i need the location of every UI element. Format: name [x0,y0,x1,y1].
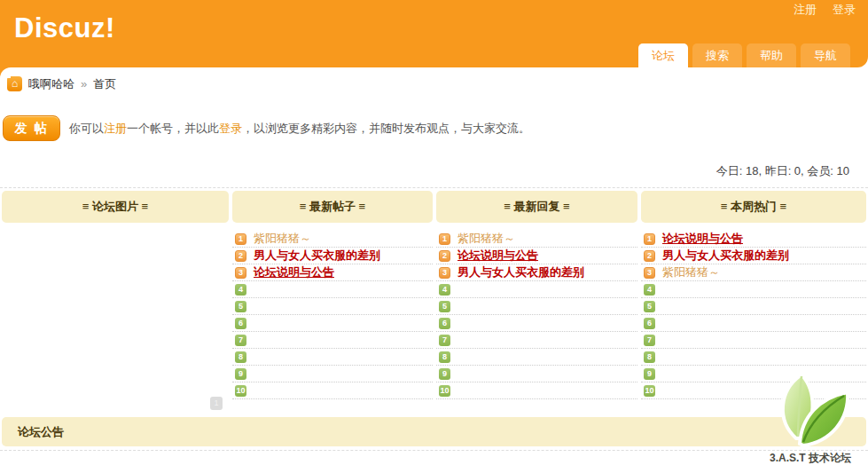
forum-page: Discuz! 注册 登录 论坛 搜索 帮助 导航 ⌂ 哦啊哈哈 » 首页 发 … [0,0,868,473]
latest-threads-list: 1紫阳猪猪～2男人与女人买衣服的差别3论坛说明与公告45678910 [232,231,433,413]
list-item: 3男人与女人买衣服的差别 [436,264,637,281]
tab-navigation[interactable]: 导航 [801,43,850,67]
list-item: 1紫阳猪猪～ [232,231,433,248]
forum-stats: 今日: 18, 昨日: 0, 会员: 10 [0,163,868,179]
column-weekly-hot: ≡ 本周热门 ≡ 1论坛说明与公告2男人与女人买衣服的差别3紫阳猪猪～45678… [641,191,866,413]
boards-section: ≡ 论坛图片 ≡ 1 ≡ 最新帖子 ≡ 1紫阳猪猪～2男人与女人买衣服的差别3论… [0,187,868,413]
forum-images-area: 1 [2,231,229,413]
rank-badge: 8 [439,351,450,363]
intro-text: 你可以注册一个帐号，并以此登录，以浏览更多精彩内容，并随时发布观点，与大家交流。 [69,121,530,137]
list-item: 5 [436,298,637,315]
list-item: 9 [232,366,433,382]
rank-badge: 9 [439,368,450,380]
rank-badge: 2 [644,250,655,262]
thread-link[interactable]: 紫阳猪猪～ [662,264,720,280]
intro-login-link[interactable]: 登录 [219,122,242,135]
rank-badge: 9 [235,368,246,380]
watermark-text: 3.A.S.T 技术论坛 [758,451,863,466]
list-item: 5 [232,298,433,315]
list-item: 7 [436,332,637,349]
column-header-forum-images[interactable]: ≡ 论坛图片 ≡ [2,191,229,223]
rank-badge: 5 [644,301,655,312]
intro-part3: ，以浏览更多精彩内容，并随时发布观点，与大家交流。 [242,122,530,135]
home-icon[interactable]: ⌂ [7,76,22,91]
breadcrumb-site-link[interactable]: 哦啊哈哈 [28,76,74,92]
list-item: 8 [641,349,866,366]
rank-badge: 7 [439,335,450,346]
thread-link[interactable]: 紫阳猪猪～ [457,231,515,247]
new-post-button[interactable]: 发 帖 [3,115,60,141]
column-latest-threads: ≡ 最新帖子 ≡ 1紫阳猪猪～2男人与女人买衣服的差别3论坛说明与公告45678… [232,191,433,413]
intro-register-link[interactable]: 注册 [104,122,127,135]
list-item: 2男人与女人买衣服的差别 [641,248,866,264]
list-item: 8 [436,349,637,366]
intro-part2: 一个帐号，并以此 [127,122,219,135]
list-item: 6 [641,315,866,332]
rank-badge: 5 [439,301,450,312]
column-header-latest-threads[interactable]: ≡ 最新帖子 ≡ [232,191,433,223]
list-item: 8 [232,349,433,366]
list-item: 3紫阳猪猪～ [641,264,866,281]
breadcrumb-current-page: 首页 [93,76,116,92]
rank-badge: 3 [644,267,655,279]
list-item: 2男人与女人买衣服的差别 [232,248,433,264]
breadcrumb-separator: » [81,77,87,91]
list-item: 2论坛说明与公告 [436,248,637,264]
thread-link[interactable]: 论坛说明与公告 [662,231,743,247]
nav-tabs: 论坛 搜索 帮助 导航 [638,43,850,67]
tab-search[interactable]: 搜索 [692,43,742,67]
list-item: 9 [436,366,637,382]
rank-badge: 1 [235,233,246,245]
tab-forum[interactable]: 论坛 [638,43,688,67]
rank-badge: 7 [644,335,655,346]
thread-link[interactable]: 男人与女人买衣服的差别 [662,248,789,264]
rank-badge: 4 [439,284,450,296]
thread-link[interactable]: 论坛说明与公告 [254,264,334,280]
list-item: 7 [232,332,433,349]
thread-link[interactable]: 论坛说明与公告 [457,248,538,264]
rank-badge: 7 [235,335,246,346]
register-link[interactable]: 注册 [794,2,817,18]
rank-badge: 1 [439,233,450,245]
list-item: 1论坛说明与公告 [641,231,866,248]
header-corner-notch [0,67,11,78]
rank-badge: 6 [235,318,246,329]
rank-badge: 9 [644,368,655,380]
rank-badge: 5 [235,301,246,312]
site-logo[interactable]: Discuz! [14,12,115,44]
rank-badge: 6 [439,318,450,329]
list-item: 10 [436,382,637,399]
bottom-divider [0,450,868,451]
column-header-weekly-hot[interactable]: ≡ 本周热门 ≡ [641,191,866,223]
rank-badge: 10 [235,385,246,397]
list-item: 4 [641,281,866,298]
login-link[interactable]: 登录 [833,2,856,18]
rank-badge: 3 [235,267,246,279]
announcement-title: 论坛公告 [18,425,64,438]
thread-link[interactable]: 男人与女人买衣服的差别 [254,248,380,264]
list-item: 6 [232,315,433,332]
list-item: 4 [232,281,433,298]
list-item: 3论坛说明与公告 [232,264,433,281]
column-forum-images: ≡ 论坛图片 ≡ 1 [2,191,229,413]
slideshow-pager-button[interactable]: 1 [210,397,223,410]
header: Discuz! 注册 登录 论坛 搜索 帮助 导航 [0,0,868,67]
weekly-hot-list: 1论坛说明与公告2男人与女人买衣服的差别3紫阳猪猪～45678910 [641,231,866,413]
thread-link[interactable]: 紫阳猪猪～ [254,231,311,247]
list-item: 1紫阳猪猪～ [436,231,637,248]
rank-badge: 8 [644,351,655,363]
tab-help[interactable]: 帮助 [747,43,796,67]
column-latest-replies: ≡ 最新回复 ≡ 1紫阳猪猪～2论坛说明与公告3男人与女人买衣服的差别45678… [436,191,637,413]
intro-part1: 你可以 [69,122,104,135]
rank-badge: 2 [439,250,450,262]
list-item: 9 [641,366,866,382]
column-header-latest-replies[interactable]: ≡ 最新回复 ≡ [436,191,637,223]
list-item: 10 [641,382,866,399]
announcement-bar: 论坛公告 [2,417,866,446]
thread-link[interactable]: 男人与女人买衣服的差别 [457,264,584,280]
account-links: 注册 登录 [794,2,856,18]
rank-badge: 8 [235,351,246,363]
breadcrumb: ⌂ 哦啊哈哈 » 首页 [0,67,868,92]
list-item: 5 [641,298,866,315]
post-row: 发 帖 你可以注册一个帐号，并以此登录，以浏览更多精彩内容，并随时发布观点，与大… [0,115,868,141]
